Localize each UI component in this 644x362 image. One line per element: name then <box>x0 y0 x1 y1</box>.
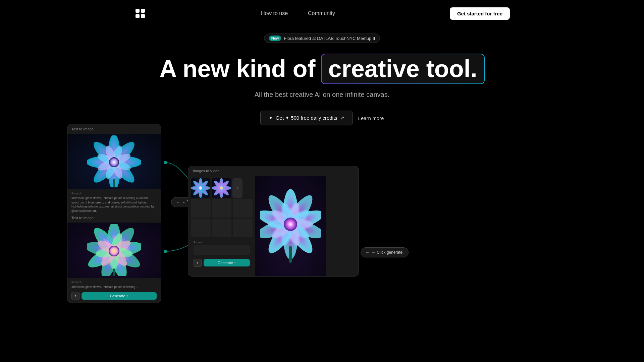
svg-point-51 <box>192 180 205 192</box>
images-to-video-card: Images to Video <box>188 166 359 277</box>
itv-thumbs-row: + <box>191 178 253 198</box>
svg-point-30 <box>98 240 123 276</box>
svg-point-68 <box>264 210 303 257</box>
learn-more-button[interactable]: Learn more <box>358 115 384 121</box>
click-tooltip-arrow: ← <box>366 250 370 255</box>
itv-actions: ✦ Generate ↑ <box>191 257 253 269</box>
svg-point-77 <box>279 215 298 247</box>
hero-subtitle: All the best creative AI on one infinite… <box>255 91 389 99</box>
itv-content: + Prompt ✦ G <box>188 176 359 276</box>
svg-point-37 <box>106 243 129 268</box>
settings-icon-bottom[interactable]: ✦ <box>71 292 79 300</box>
nav-community[interactable]: Community <box>308 10 335 16</box>
svg-point-72 <box>283 201 302 233</box>
svg-point-22 <box>103 144 120 169</box>
card-footer-bottom: Prompt Iridescent glass flower, intricat… <box>67 278 161 303</box>
get-started-button[interactable]: Get started for free <box>450 7 510 20</box>
itv-cell-5 <box>212 219 232 237</box>
svg-rect-3 <box>141 14 145 18</box>
svg-point-6 <box>164 250 167 253</box>
generate-button-bottom[interactable]: Generate ↑ <box>82 292 157 300</box>
badge-text: Flora featured at DATLAB TouchNYC Meetup… <box>284 36 375 41</box>
svg-point-41 <box>96 238 122 258</box>
svg-point-16 <box>107 152 132 168</box>
svg-point-47 <box>197 184 209 197</box>
svg-point-42 <box>109 246 119 256</box>
prompt-label-top: Prompt <box>71 192 157 195</box>
svg-point-61 <box>220 186 223 190</box>
prompt-label-bottom: Prompt <box>71 281 157 284</box>
badge-new-label: New <box>269 36 281 41</box>
svg-point-81 <box>279 201 298 233</box>
svg-point-44 <box>199 178 203 191</box>
settings-icon-top[interactable]: ✦ <box>71 216 79 224</box>
svg-point-52 <box>199 186 202 190</box>
svg-point-12 <box>90 152 125 186</box>
svg-point-34 <box>107 232 125 259</box>
svg-point-49 <box>192 184 205 197</box>
generate-button-top[interactable]: Generate ↑ <box>82 216 157 223</box>
svg-point-11 <box>108 153 120 187</box>
svg-point-48 <box>199 185 203 198</box>
svg-rect-2 <box>136 14 140 18</box>
svg-point-64 <box>277 206 321 235</box>
svg-point-36 <box>107 245 133 259</box>
svg-point-80 <box>269 207 300 233</box>
svg-point-39 <box>98 243 122 268</box>
prompt-text-bottom: Iridescent glass flower, intricate petal… <box>71 285 157 289</box>
hero-title-plain: A new kind of <box>159 56 315 82</box>
svg-point-53 <box>219 178 223 191</box>
hero-buttons: ✦ Get ✦ 500 free daily credits ↗ Learn m… <box>260 111 384 125</box>
text-to-image-card-bottom: Text to Image <box>67 213 161 303</box>
svg-point-40 <box>95 245 121 259</box>
svg-point-50 <box>191 186 204 190</box>
hero-title: A new kind of creative tool. <box>159 54 485 84</box>
click-tooltip-text: ← Click generate. <box>372 250 404 255</box>
svg-point-20 <box>96 156 121 173</box>
itv-header: Images to Video <box>188 166 359 176</box>
card-header-bottom: Text to Image <box>67 213 161 223</box>
svg-point-69 <box>260 214 304 242</box>
svg-point-60 <box>213 180 225 192</box>
itv-prompt-box[interactable] <box>194 245 250 255</box>
svg-point-23 <box>109 157 119 167</box>
svg-point-56 <box>218 184 230 197</box>
itv-prompt-label: Prompt <box>194 241 250 244</box>
svg-point-54 <box>218 180 230 192</box>
itv-generate-button[interactable]: Generate ↑ <box>204 259 250 266</box>
logo[interactable] <box>134 7 146 19</box>
svg-point-5 <box>236 206 240 209</box>
svg-rect-1 <box>141 9 145 13</box>
itv-thumb-1[interactable] <box>191 178 210 198</box>
svg-rect-43 <box>113 268 115 276</box>
svg-point-76 <box>283 215 302 247</box>
svg-point-7 <box>108 135 120 171</box>
itv-settings-icon[interactable]: ✦ <box>194 259 202 267</box>
svg-point-32 <box>87 239 124 259</box>
svg-point-45 <box>197 180 209 192</box>
svg-point-14 <box>90 138 125 173</box>
card-actions-bottom: ✦ Generate ↑ <box>71 292 157 300</box>
itv-empty-grid <box>191 199 253 237</box>
flower-image-bottom <box>67 223 161 278</box>
itv-thumb-2[interactable] <box>212 178 231 198</box>
svg-point-18 <box>108 156 124 180</box>
itv-add-thumb[interactable]: + <box>232 178 243 198</box>
nav-how-to-use[interactable]: How to use <box>261 10 288 16</box>
tooltip-text: ← Try your own prompt. <box>182 200 225 204</box>
svg-point-79 <box>268 219 298 229</box>
credits-icon: ✦ <box>269 115 273 121</box>
card-footer-top: Prompt Iridescent glass flower, intricat… <box>67 189 161 226</box>
svg-rect-0 <box>136 9 140 13</box>
tooltip-arrow-icon: ← <box>176 200 180 204</box>
svg-point-70 <box>260 206 304 235</box>
announcement-badge[interactable]: New Flora featured at DATLAB TouchNYC Me… <box>264 34 380 43</box>
svg-point-4 <box>164 161 167 164</box>
svg-point-75 <box>281 216 312 241</box>
connection-lines <box>0 117 644 362</box>
nav-links: How to use Community <box>261 10 335 16</box>
click-generate-tooltip: ← ← Click generate. <box>361 247 409 257</box>
get-credits-button[interactable]: ✦ Get ✦ 500 free daily credits ↗ <box>260 111 353 125</box>
svg-point-62 <box>283 189 298 236</box>
flower-image-top <box>67 134 161 189</box>
